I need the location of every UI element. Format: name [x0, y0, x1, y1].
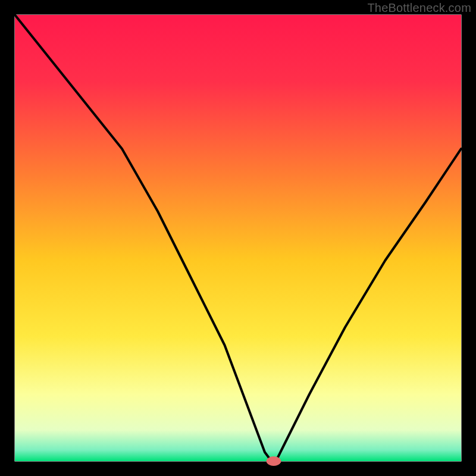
optimal-marker: [267, 457, 281, 466]
bottleneck-chart: [0, 0, 476, 476]
attribution-label: TheBottleneck.com: [367, 1, 471, 15]
plot-area: [7, 7, 469, 469]
chart-background: [15, 15, 461, 461]
chart-container: TheBottleneck.com: [0, 0, 476, 476]
